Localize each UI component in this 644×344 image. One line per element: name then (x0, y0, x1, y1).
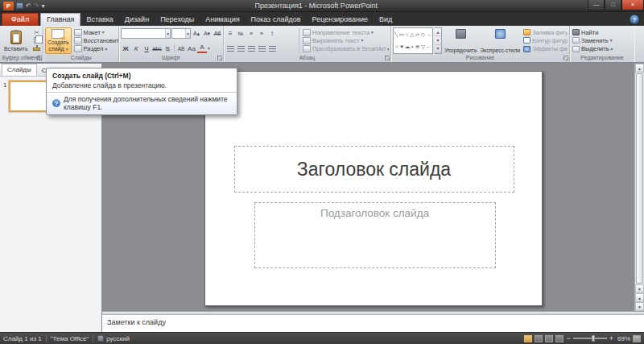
slide[interactable]: Заголовок слайда Подзаголовок слайда (204, 71, 543, 306)
align-center-button[interactable] (236, 44, 246, 53)
bold-button[interactable]: Ж (121, 44, 130, 53)
section-button[interactable]: Раздел ▾ (73, 45, 119, 53)
replace-button[interactable]: Заменить ▾ (572, 36, 633, 44)
zoom-out-button[interactable]: − (566, 335, 570, 342)
tab-file[interactable]: Файл (2, 13, 39, 26)
character-spacing-button[interactable]: АВ (176, 44, 186, 53)
vertical-scrollbar[interactable]: ▲ ▼ ▲ ▼ (634, 64, 644, 311)
notes-pane[interactable]: Заметки к слайду (102, 314, 644, 332)
align-text-button[interactable]: Выровнять текст ▾ (302, 36, 389, 44)
shape-arrow-right[interactable]: → (426, 31, 431, 38)
clear-formatting-button[interactable]: Аб (213, 29, 222, 39)
italic-button[interactable]: К (131, 44, 141, 53)
shape-line[interactable]: ╲ (394, 31, 398, 38)
grow-font-button[interactable]: А▴ (192, 29, 201, 39)
tab-design[interactable]: Дизайн (119, 14, 155, 26)
gallery-scroll-down-icon[interactable]: ▼ (435, 36, 441, 44)
columns-button[interactable] (267, 44, 277, 53)
find-button[interactable]: Найти (572, 28, 633, 36)
new-slide-button[interactable]: Создать слайд ▾ (45, 27, 72, 54)
paste-button[interactable]: Вставить (2, 27, 31, 54)
shape-parallelogram[interactable]: ▱ (415, 31, 419, 38)
paragraph-dialog-launcher[interactable] (385, 56, 390, 60)
shape-pie[interactable]: ◐ (411, 44, 415, 50)
scrollbar-thumb[interactable] (636, 73, 643, 284)
close-button[interactable]: × (621, 0, 644, 10)
scroll-up-icon[interactable]: ▲ (635, 64, 644, 73)
bullets-button[interactable]: ≡ (225, 28, 235, 38)
previous-slide-button[interactable]: ▲ (635, 293, 644, 302)
help-button[interactable]: ? (630, 15, 639, 24)
shape-fill-button[interactable]: Заливка фигуры ▾ (522, 28, 568, 36)
align-left-button[interactable] (225, 44, 235, 53)
text-shadow-button[interactable]: S (163, 44, 172, 53)
tab-slideshow[interactable]: Показ слайдов (246, 14, 307, 26)
language-indicator[interactable]: русский (106, 335, 130, 342)
convert-smartart-button[interactable]: Преобразовать в SmartArt ▾ (302, 45, 389, 53)
shape-triangle[interactable]: △ (410, 31, 414, 38)
layout-button[interactable]: Макет ▾ (73, 28, 119, 36)
shape-arrow-left[interactable]: ← (426, 44, 431, 50)
panel-tab-slides[interactable]: Слайды (2, 64, 37, 76)
font-size-combo[interactable]: ▾ (171, 28, 191, 39)
change-case-button[interactable]: Аа (187, 44, 196, 53)
title-placeholder[interactable]: Заголовок слайда (234, 146, 514, 193)
shape-heart[interactable]: ♥ (400, 44, 403, 50)
fit-to-window-button[interactable] (633, 335, 641, 342)
decrease-indent-button[interactable]: « (246, 28, 256, 38)
reset-button[interactable]: Восстановить (73, 36, 119, 44)
reading-view-button[interactable] (545, 335, 553, 342)
slide-thumbnail[interactable] (9, 81, 51, 112)
align-right-button[interactable] (246, 44, 256, 53)
spellcheck-language-icon[interactable] (97, 335, 104, 342)
shape-triangle-down[interactable]: ▽ (421, 44, 425, 50)
format-painter-button[interactable] (32, 45, 42, 53)
text-direction-button[interactable]: Направление текста ▾ (302, 28, 389, 36)
subtitle-placeholder[interactable]: Подзаголовок слайда (254, 202, 496, 268)
shape-cloud[interactable]: ☁ (405, 44, 411, 50)
minimize-button[interactable]: — (588, 0, 605, 10)
zoom-in-button[interactable]: + (609, 335, 613, 342)
save-icon[interactable] (16, 2, 23, 9)
shape-oval[interactable]: ○ (406, 31, 409, 38)
shape-rectangle[interactable]: ▭ (399, 31, 404, 38)
line-spacing-button[interactable]: ↕ (267, 28, 277, 38)
zoom-slider[interactable] (573, 338, 607, 339)
shape-plus[interactable]: ⊕ (415, 44, 419, 50)
font-name-combo[interactable]: ▾ (121, 28, 171, 39)
drawing-dialog-launcher[interactable] (564, 56, 568, 60)
slide-sorter-view-button[interactable] (535, 335, 543, 342)
shapes-gallery-scrollbar[interactable]: ▲ ▼ ▼ (435, 27, 442, 54)
tab-home[interactable]: Главная (40, 13, 80, 26)
undo-button[interactable]: ↶ (26, 2, 31, 10)
gallery-scroll-up-icon[interactable]: ▲ (435, 28, 441, 36)
shape-diamond[interactable]: ◇ (421, 31, 425, 38)
maximize-button[interactable]: □ (605, 0, 621, 10)
font-color-button[interactable]: А (197, 44, 207, 53)
numbering-button[interactable]: № (236, 28, 246, 38)
scroll-down-icon[interactable]: ▼ (635, 284, 644, 293)
zoom-level[interactable]: 69% (616, 335, 630, 342)
tab-insert[interactable]: Вставка (80, 14, 118, 26)
next-slide-button[interactable]: ▼ (635, 302, 644, 311)
tab-transitions[interactable]: Переходы (155, 14, 200, 26)
underline-button[interactable]: Ч (142, 44, 151, 53)
shrink-font-button[interactable]: А▾ (202, 29, 212, 39)
shape-star[interactable]: ☆ (394, 44, 399, 50)
shape-outline-button[interactable]: Контур фигуры ▾ (522, 36, 568, 44)
slideshow-view-button[interactable] (555, 335, 564, 342)
quick-styles-button[interactable]: Экспресс-стили (479, 27, 521, 54)
justify-button[interactable] (257, 44, 266, 53)
shape-effects-button[interactable]: Эффекты фигур ▾ (522, 45, 568, 53)
select-button[interactable]: Выделить ▾ (572, 45, 633, 53)
gallery-more-icon[interactable]: ▼ (435, 45, 441, 53)
tab-review[interactable]: Рецензирование (307, 14, 374, 26)
tab-view[interactable]: Вид (374, 14, 398, 26)
arrange-button[interactable]: Упорядочить (444, 27, 477, 54)
tab-animations[interactable]: Анимация (200, 14, 245, 26)
strikethrough-button[interactable]: abc (152, 44, 162, 53)
font-dialog-launcher[interactable] (217, 56, 222, 60)
clipboard-dialog-launcher[interactable] (37, 56, 42, 60)
increase-indent-button[interactable]: » (257, 28, 266, 38)
redo-button[interactable]: ↷ (34, 2, 39, 10)
